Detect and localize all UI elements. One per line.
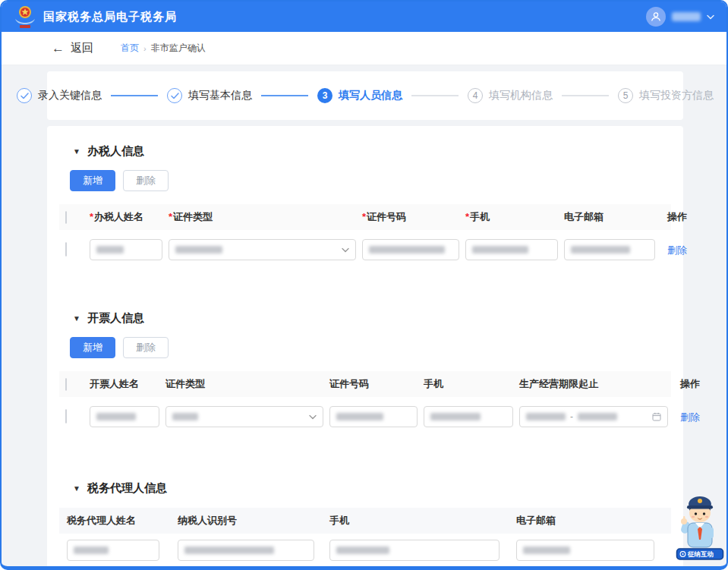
invoicer-row: - 删除 [59,402,671,431]
id-number-input[interactable] [329,406,418,427]
section-agent-title: 税务代理人信息 [87,481,167,496]
row-delete-link[interactable]: 删除 [667,244,687,256]
operation-period-daterange[interactable]: - [519,406,668,427]
select-all-checkbox[interactable] [65,211,67,224]
form-card: ▼ 办税人信息 新增 删除 *办税人姓名 *证件类型 *证件号码 *手机 电子邮… [47,126,683,570]
stepper: 录入关键信息 填写基本信息 3 填写人员信息 4 填写机构信息 [17,88,714,103]
col-id-type: 证件类型 [165,377,323,391]
section-tax-handler-title: 办税人信息 [87,144,144,159]
step-5: 5 填写投资方信息 [618,88,714,103]
name-input[interactable] [90,406,159,427]
phone-input[interactable] [424,406,513,427]
name-input[interactable] [90,239,162,260]
col-email: 电子邮箱 [516,514,556,527]
required-marker: * [362,211,366,222]
agent-phone-input[interactable] [329,540,500,561]
chevron-down-icon[interactable] [707,14,714,20]
back-label: 返回 [71,41,93,55]
col-action: 操作 [661,210,687,224]
redacted-value [472,246,528,254]
step-connector [261,95,308,96]
step-connector [111,95,158,96]
agent-row [59,540,671,561]
redacted-start-date [526,413,566,420]
back-button[interactable]: ← 返回 [52,41,93,56]
redacted-value [184,546,274,554]
username-redacted [672,12,701,21]
mascot-banner-label: 征纳互动 [687,550,714,558]
col-agent-name: 税务代理人姓名 [67,514,172,527]
redacted-value [430,413,481,420]
breadcrumb: 首页 › 非市监户确认 [121,42,206,55]
breadcrumb-current: 非市监户确认 [151,42,206,55]
redacted-value [336,546,389,554]
id-type-select[interactable] [165,406,323,427]
step-3-active: 3 填写人员信息 [317,88,402,103]
redacted-value [571,246,630,254]
col-phone: 手机 [329,514,510,527]
app-title: 国家税务总局电子税务局 [43,10,177,24]
section-invoicer-title: 开票人信息 [87,311,144,326]
sub-header: ← 返回 首页 › 非市监户确认 [2,32,726,65]
row-checkbox[interactable] [65,242,67,257]
calendar-icon [652,412,661,421]
id-number-input[interactable] [362,239,459,260]
agent-name-input[interactable] [67,540,159,561]
tax-handler-table-header: *办税人姓名 *证件类型 *证件号码 *手机 电子邮箱 操作 [59,204,671,230]
redacted-value [336,413,383,420]
step-1-label: 录入关键信息 [38,89,102,102]
invoicer-add-button[interactable]: 新增 [70,337,115,358]
taxpayer-id-input[interactable] [178,540,314,561]
collapse-icon: ▼ [73,484,80,493]
step-2: 填写基本信息 [167,88,252,103]
user-avatar[interactable] [646,7,666,27]
col-id-type: 证件类型 [173,211,213,222]
redacted-value [175,246,222,254]
col-name: 办税人姓名 [94,211,143,222]
section-invoicer-header[interactable]: ▼ 开票人信息 [73,311,671,326]
step-5-label: 填写投资方信息 [639,89,714,102]
col-action: 操作 [674,377,700,391]
select-all-checkbox[interactable] [65,378,67,391]
tax-handler-row: 删除 [59,235,671,264]
id-type-select[interactable] [169,239,356,260]
redacted-value [96,246,124,254]
step-5-number: 5 [618,88,633,103]
redacted-value [74,546,109,554]
step-4-number: 4 [468,88,483,103]
tax-handler-add-button[interactable]: 新增 [70,170,115,191]
step-4: 4 填写机构信息 [468,88,553,103]
breadcrumb-home[interactable]: 首页 [121,42,139,55]
tax-handler-delete-button[interactable]: 删除 [123,170,169,191]
section-agent-header[interactable]: ▼ 税务代理人信息 [73,481,671,496]
step-connector [411,95,459,96]
section-tax-handler-header[interactable]: ▼ 办税人信息 [73,144,671,159]
step-1: 录入关键信息 [17,88,102,103]
back-arrow-icon: ← [52,41,65,56]
col-email: 电子邮箱 [564,211,604,222]
col-period: 生产经营期限起止 [519,377,668,391]
agent-email-input[interactable] [516,540,654,561]
chevron-down-icon [342,247,349,253]
chevron-down-icon [309,414,317,420]
row-delete-link[interactable]: 删除 [680,411,700,423]
col-taxpayer-id: 纳税人识别号 [178,514,323,527]
col-id-number: 证件号码 [367,211,406,222]
redacted-value [369,246,445,254]
step-1-check-icon [17,88,32,103]
redacted-value [172,413,198,420]
required-marker: * [169,211,172,222]
invoicer-delete-button[interactable]: 删除 [123,337,169,358]
date-separator: - [570,411,573,422]
col-name: 开票人姓名 [90,377,159,391]
row-checkbox[interactable] [65,409,67,424]
collapse-icon: ▼ [73,147,80,156]
redacted-value [96,413,136,420]
required-marker: * [90,211,93,222]
tax-assistant-mascot[interactable]: 征纳互动 [676,491,724,561]
email-input[interactable] [564,239,655,260]
phone-input[interactable] [465,239,558,260]
col-id-number: 证件号码 [329,377,418,391]
step-3-number: 3 [317,88,332,103]
redacted-end-date [578,413,617,420]
